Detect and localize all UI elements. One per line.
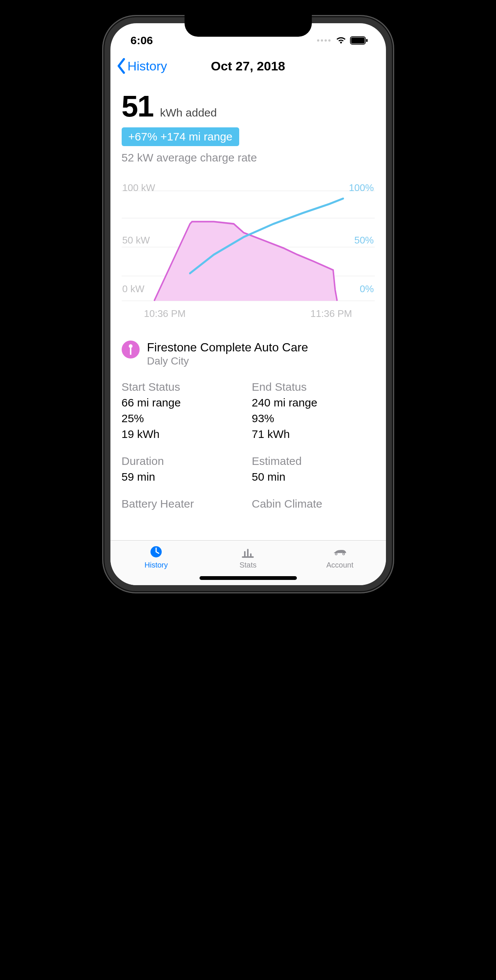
y-left-50: 50 kW [122, 234, 150, 246]
page-title: Oct 27, 2018 [211, 59, 285, 73]
cellular-dots-icon [317, 39, 332, 41]
battery-heater-block: Battery Heater [122, 498, 244, 512]
tab-account[interactable]: Account [294, 544, 385, 585]
kwh-number: 51 [122, 89, 154, 124]
x-tick-start: 10:36 PM [144, 308, 186, 320]
y-right-100: 100% [349, 182, 374, 194]
y-left-100: 100 kW [122, 182, 155, 194]
location-row[interactable]: Firestone Complete Auto Care Daly City [122, 340, 375, 367]
tab-history[interactable]: History [111, 544, 202, 585]
end-status-value-2: 71 kWh [252, 426, 375, 442]
duration-block: Duration 59 min [122, 455, 244, 485]
x-axis-ticks: 10:36 PM 11:36 PM [122, 308, 375, 320]
car-icon [333, 544, 347, 559]
history-icon [149, 544, 163, 559]
kwh-unit: kWh added [160, 107, 217, 119]
battery-heater-label: Battery Heater [122, 498, 244, 510]
kwh-added-row: 51 kWh added [122, 89, 375, 124]
duration-label: Duration [122, 455, 244, 468]
stats-icon [240, 544, 255, 559]
device-notch [185, 15, 312, 37]
status-time: 6:06 [131, 34, 153, 47]
svg-rect-1 [351, 37, 364, 43]
y-left-0: 0 kW [122, 283, 144, 295]
estimated-block: Estimated 50 min [252, 455, 375, 485]
end-status-block: End Status 240 mi range 93% 71 kWh [252, 380, 375, 442]
chevron-left-icon [116, 58, 126, 74]
tab-bar: History Stats Account [111, 540, 386, 585]
charge-badge: +67% +174 mi range [122, 127, 239, 146]
battery-icon [350, 37, 368, 45]
location-pin-icon [122, 340, 139, 358]
start-status-block: Start Status 66 mi range 25% 19 kWh [122, 380, 244, 442]
tab-history-label: History [144, 561, 168, 570]
duration-value: 59 min [122, 469, 244, 485]
start-status-label: Start Status [122, 380, 244, 393]
y-right-50: 50% [354, 234, 374, 246]
location-name: Firestone Complete Auto Care [147, 340, 308, 355]
end-status-value-0: 240 mi range [252, 395, 375, 410]
screen: 6:06 History Oct 27, 2018 51 kWh added +… [111, 23, 386, 585]
svg-rect-2 [366, 39, 368, 42]
back-label: History [128, 59, 167, 73]
tab-stats-label: Stats [239, 561, 257, 570]
status-grid: Start Status 66 mi range 25% 19 kWh End … [122, 380, 375, 512]
svg-point-9 [335, 553, 337, 555]
location-sub: Daly City [147, 355, 308, 367]
end-status-value-1: 93% [252, 410, 375, 426]
location-text: Firestone Complete Auto Care Daly City [147, 340, 308, 367]
status-right [317, 37, 368, 45]
nav-bar: History Oct 27, 2018 [111, 52, 386, 80]
content: 51 kWh added +67% +174 mi range 52 kW av… [111, 80, 386, 540]
avg-charge-rate: 52 kW average charge rate [122, 151, 375, 164]
phone-frame: 6:06 History Oct 27, 2018 51 kWh added +… [102, 15, 394, 593]
back-button[interactable]: History [116, 52, 167, 80]
end-status-label: End Status [252, 380, 375, 393]
tab-account-label: Account [326, 561, 353, 570]
y-right-0: 0% [360, 283, 374, 295]
cabin-climate-label: Cabin Climate [252, 498, 375, 510]
cabin-climate-block: Cabin Climate [252, 498, 375, 512]
estimated-label: Estimated [252, 455, 375, 468]
estimated-value: 50 min [252, 469, 375, 485]
x-tick-end: 11:36 PM [310, 308, 352, 320]
chart-svg [122, 185, 375, 305]
start-status-value-0: 66 mi range [122, 395, 244, 410]
svg-point-10 [342, 553, 344, 555]
wifi-icon [336, 37, 346, 44]
start-status-value-1: 25% [122, 410, 244, 426]
start-status-value-2: 19 kWh [122, 426, 244, 442]
home-indicator[interactable] [200, 576, 297, 580]
charge-chart[interactable]: 100 kW 50 kW 0 kW 100% 50% 0% [122, 185, 375, 305]
